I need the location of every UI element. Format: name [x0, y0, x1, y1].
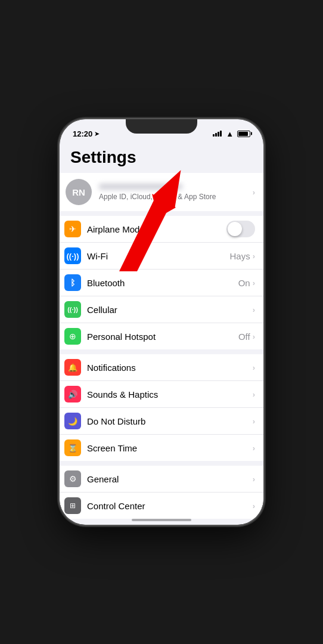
- bluetooth-value: On: [238, 278, 250, 288]
- phone-screen: 12:20 ➤ ▲ Settings: [60, 119, 263, 525]
- hotspot-label: Personal Hotspot: [87, 332, 238, 342]
- sounds-label: Sounds & Haptics: [87, 389, 253, 400]
- page-title: Settings: [60, 143, 263, 173]
- sounds-symbol: 🔊: [68, 390, 77, 399]
- screen-time-chevron: ›: [253, 444, 255, 453]
- signal-bar-2: [215, 133, 217, 137]
- profile-name-blur: [99, 184, 182, 190]
- location-icon: ➤: [94, 130, 100, 138]
- general-section: ⚙ General › ⊞ Control Center: [60, 466, 263, 519]
- general-label: General: [87, 474, 253, 484]
- hotspot-symbol: ⊕: [69, 332, 76, 341]
- connectivity-section: ✈ Airplane Mode ((·)) Wi-Fi: [60, 216, 263, 349]
- do-not-disturb-right: ›: [253, 417, 255, 426]
- wifi-status-icon: ▲: [226, 129, 234, 138]
- profile-section: RN Apple ID, iCloud, iTunes & App Store …: [60, 173, 263, 211]
- bluetooth-label: Bluetooth: [87, 278, 238, 288]
- profile-info: Apple ID, iCloud, iTunes & App Store: [99, 184, 253, 201]
- wifi-symbol: ((·)): [67, 252, 79, 261]
- general-symbol: ⚙: [69, 474, 77, 484]
- screen-time-icon: ⌛: [64, 439, 81, 456]
- control-center-label: Control Center: [87, 501, 253, 511]
- airplane-mode-row[interactable]: ✈ Airplane Mode: [60, 216, 263, 243]
- home-indicator[interactable]: [132, 519, 191, 521]
- signal-bar-1: [213, 134, 215, 137]
- phone-frame: 12:20 ➤ ▲ Settings: [60, 119, 263, 525]
- profile-subtitle: Apple ID, iCloud, iTunes & App Store: [99, 193, 253, 201]
- screen-time-symbol: ⌛: [68, 444, 77, 453]
- notifications-row[interactable]: 🔔 Notifications ›: [60, 354, 263, 381]
- sounds-icon: 🔊: [64, 386, 81, 402]
- sounds-right: ›: [253, 390, 255, 399]
- bluetooth-symbol: ᛒ: [70, 278, 75, 287]
- cellular-chevron: ›: [253, 305, 255, 314]
- notch: [126, 119, 197, 134]
- do-not-disturb-chevron: ›: [253, 417, 255, 426]
- sounds-content: Sounds & Haptics: [87, 389, 253, 400]
- control-center-right: ›: [253, 501, 255, 510]
- wifi-content: Wi-Fi: [87, 251, 229, 261]
- cellular-row[interactable]: ((·)) Cellular ›: [60, 296, 263, 323]
- bluetooth-right: On ›: [238, 278, 255, 288]
- control-center-content: Control Center: [87, 501, 253, 511]
- notifications-right: ›: [253, 363, 255, 372]
- hotspot-right: Off ›: [238, 332, 255, 342]
- bluetooth-chevron: ›: [253, 278, 255, 287]
- screen-time-right: ›: [253, 444, 255, 453]
- bluetooth-row[interactable]: ᛒ Bluetooth On ›: [60, 270, 263, 296]
- notifications-icon: 🔔: [64, 359, 81, 376]
- cellular-icon: ((·)): [64, 301, 81, 318]
- screen-time-label: Screen Time: [87, 443, 253, 453]
- do-not-disturb-row[interactable]: 🌙 Do Not Disturb ›: [60, 408, 263, 435]
- cellular-content: Cellular: [87, 305, 253, 315]
- hotspot-content: Personal Hotspot: [87, 332, 238, 342]
- sounds-row[interactable]: 🔊 Sounds & Haptics ›: [60, 381, 263, 408]
- hotspot-chevron: ›: [253, 332, 255, 341]
- profile-row[interactable]: RN Apple ID, iCloud, iTunes & App Store …: [60, 173, 263, 211]
- avatar: RN: [66, 179, 92, 205]
- wifi-right: Hays ›: [229, 251, 255, 261]
- system-section: 🔔 Notifications › 🔊 Sounds & Haptics: [60, 354, 263, 461]
- general-row[interactable]: ⚙ General ›: [60, 466, 263, 493]
- control-center-symbol: ⊞: [70, 501, 76, 510]
- airplane-mode-label: Airplane Mode: [87, 224, 226, 234]
- cellular-right: ›: [253, 305, 255, 314]
- do-not-disturb-symbol: 🌙: [68, 417, 77, 426]
- wifi-icon: ((·)): [64, 247, 81, 264]
- bluetooth-icon: ᛒ: [64, 274, 81, 291]
- cellular-label: Cellular: [87, 305, 253, 315]
- wifi-value: Hays: [229, 251, 250, 261]
- profile-chevron: ›: [253, 188, 255, 197]
- control-center-row[interactable]: ⊞ Control Center ›: [60, 493, 263, 519]
- general-right: ›: [253, 475, 255, 484]
- wifi-row[interactable]: ((·)) Wi-Fi Hays ›: [60, 243, 263, 270]
- airplane-mode-icon: ✈: [64, 221, 81, 237]
- screen-time-row[interactable]: ⌛ Screen Time ›: [60, 435, 263, 461]
- airplane-mode-toggle[interactable]: [226, 221, 255, 237]
- hotspot-row[interactable]: ⊕ Personal Hotspot Off ›: [60, 323, 263, 349]
- general-icon: ⚙: [64, 470, 81, 487]
- signal-bar-4: [220, 131, 222, 137]
- status-icons: ▲: [213, 129, 250, 138]
- hotspot-value: Off: [238, 332, 250, 342]
- settings-content: Settings RN Apple ID, iCloud, iTunes & A…: [60, 143, 263, 525]
- general-chevron: ›: [253, 475, 255, 484]
- do-not-disturb-label: Do Not Disturb: [87, 416, 253, 426]
- control-center-chevron: ›: [253, 501, 255, 510]
- do-not-disturb-icon: 🌙: [64, 413, 81, 429]
- wifi-label: Wi-Fi: [87, 251, 229, 261]
- notifications-symbol: 🔔: [68, 363, 77, 372]
- do-not-disturb-content: Do Not Disturb: [87, 416, 253, 426]
- general-content: General: [87, 474, 253, 484]
- notifications-label: Notifications: [87, 363, 253, 373]
- airplane-mode-content: Airplane Mode: [87, 224, 226, 234]
- signal-bars: [213, 131, 222, 137]
- notifications-chevron: ›: [253, 363, 255, 372]
- wifi-chevron: ›: [253, 252, 255, 261]
- hotspot-icon: ⊕: [64, 328, 81, 345]
- battery-icon: [237, 131, 250, 137]
- control-center-icon: ⊞: [64, 497, 81, 514]
- airplane-symbol: ✈: [69, 224, 76, 234]
- battery-fill: [238, 132, 248, 136]
- notifications-content: Notifications: [87, 363, 253, 373]
